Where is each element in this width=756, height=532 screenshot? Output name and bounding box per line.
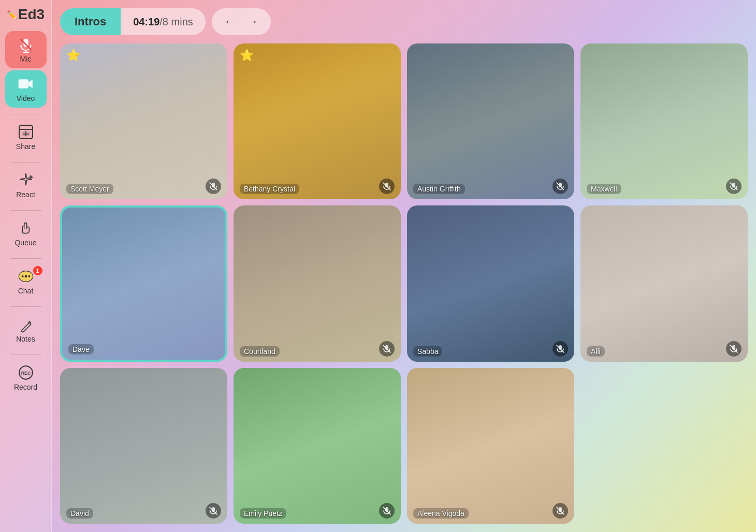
mic-off-david — [206, 503, 221, 519]
svg-point-11 — [28, 275, 30, 277]
session-pill: Intros 04:19/8 mins — [60, 8, 206, 35]
participant-name-bethany: Bethany Crystal — [240, 184, 299, 194]
sidebar-item-video[interactable]: Video — [5, 70, 47, 108]
mic-off-aleena — [553, 503, 568, 519]
video-grid: ⭐ Scott Meyer ⭐ Bethany Crystal Austin G… — [60, 43, 748, 524]
participant-name-alli: Alli — [587, 346, 605, 357]
mic-off-sabba — [553, 341, 568, 357]
mic-off-austin — [553, 179, 568, 194]
chat-badge: 1 — [33, 266, 42, 275]
video-tile-david[interactable]: David — [60, 368, 227, 524]
star-icon-bethany: ⭐ — [240, 49, 254, 62]
current-time: 04:19 — [133, 16, 159, 27]
mic-off-emily — [379, 503, 395, 519]
sidebar-item-mic-label: Mic — [20, 55, 32, 63]
sidebar-item-notes-label: Notes — [16, 335, 35, 343]
video-tile-maxwell[interactable]: Maxwell — [580, 43, 748, 199]
mic-off-alli — [726, 341, 742, 357]
divider-2 — [10, 162, 41, 162]
logo-pencil-icon: ✏️ — [7, 10, 17, 20]
nav-next-button[interactable]: → — [243, 13, 263, 31]
session-label: Intros — [60, 8, 121, 35]
nav-arrows: ← → — [212, 8, 271, 35]
header-bar: Intros 04:19/8 mins ← → — [60, 8, 748, 35]
logo: ✏️ Ed3 — [7, 6, 45, 23]
video-tile-aleena[interactable]: Aleena Vigoda — [407, 368, 574, 524]
video-tile-courtland[interactable]: Courtland — [234, 205, 401, 361]
mic-off-courtland — [379, 341, 395, 357]
mic-off-maxwell — [726, 179, 742, 194]
share-icon — [18, 124, 34, 140]
session-timer: 04:19/8 mins — [121, 16, 206, 28]
svg-point-10 — [21, 275, 23, 277]
sidebar-item-video-label: Video — [17, 94, 35, 102]
sidebar-item-queue-label: Queue — [14, 239, 36, 247]
sidebar-item-share-label: Share — [16, 142, 35, 151]
divider-5 — [10, 306, 41, 307]
sidebar-item-chat[interactable]: 1 Chat — [5, 263, 47, 300]
participant-name-austin: Austin Griffith — [413, 184, 465, 194]
video-tile-alli[interactable]: Alli — [580, 205, 748, 361]
participant-name-dave: Dave — [68, 344, 94, 354]
video-tile-emily[interactable]: Emily Puetz — [234, 368, 401, 524]
sidebar: ✏️ Ed3 Mic Video — [0, 0, 52, 532]
sidebar-item-mic[interactable]: Mic — [5, 31, 47, 68]
sidebar-item-record-label: Record — [14, 383, 37, 391]
queue-icon — [18, 220, 34, 237]
sidebar-item-share[interactable]: Share — [5, 119, 47, 156]
app-container: ✏️ Ed3 Mic Video — [0, 0, 756, 532]
sidebar-item-react[interactable]: React — [5, 167, 47, 204]
nav-prev-button[interactable]: ← — [220, 13, 240, 31]
svg-point-9 — [24, 275, 27, 278]
mic-off-scott — [206, 179, 221, 194]
divider-4 — [10, 258, 41, 259]
video-tile-sabba[interactable]: Sabba — [407, 205, 574, 361]
total-time: 8 mins — [163, 16, 193, 27]
svg-rect-4 — [18, 79, 28, 88]
main-content: Intros 04:19/8 mins ← → ⭐ Scott Meyer — [52, 0, 756, 532]
mic-icon — [18, 36, 34, 53]
participant-name-courtland: Courtland — [240, 346, 280, 357]
record-icon: REC — [18, 364, 34, 381]
divider-1 — [10, 114, 41, 114]
divider-3 — [10, 210, 41, 211]
participant-name-scott: Scott Meyer — [66, 184, 113, 194]
video-tile-scott[interactable]: ⭐ Scott Meyer — [60, 43, 227, 199]
sidebar-item-chat-label: Chat — [18, 287, 34, 295]
participant-name-emily: Emily Puetz — [240, 508, 286, 519]
participant-name-aleena: Aleena Vigoda — [413, 508, 469, 519]
svg-text:REC: REC — [21, 371, 31, 376]
participant-name-sabba: Sabba — [413, 346, 442, 357]
video-tile-dave[interactable]: Dave — [60, 205, 227, 361]
chat-icon — [18, 268, 34, 285]
sidebar-item-notes[interactable]: Notes — [5, 311, 47, 348]
star-icon-scott: ⭐ — [66, 49, 80, 62]
participant-name-david: David — [66, 508, 93, 519]
mic-off-bethany — [379, 179, 395, 194]
video-tile-bethany[interactable]: ⭐ Bethany Crystal — [234, 43, 401, 199]
react-icon — [18, 172, 34, 188]
sidebar-item-queue[interactable]: Queue — [5, 215, 47, 252]
sidebar-item-react-label: React — [16, 190, 35, 199]
logo-text: Ed3 — [18, 6, 45, 23]
participant-name-maxwell: Maxwell — [587, 184, 621, 194]
divider-6 — [10, 354, 41, 355]
video-icon — [18, 76, 34, 92]
sidebar-item-record[interactable]: REC Record — [5, 359, 47, 396]
empty-slot — [580, 368, 748, 524]
notes-icon — [18, 316, 34, 333]
video-tile-austin[interactable]: Austin Griffith — [407, 43, 574, 199]
